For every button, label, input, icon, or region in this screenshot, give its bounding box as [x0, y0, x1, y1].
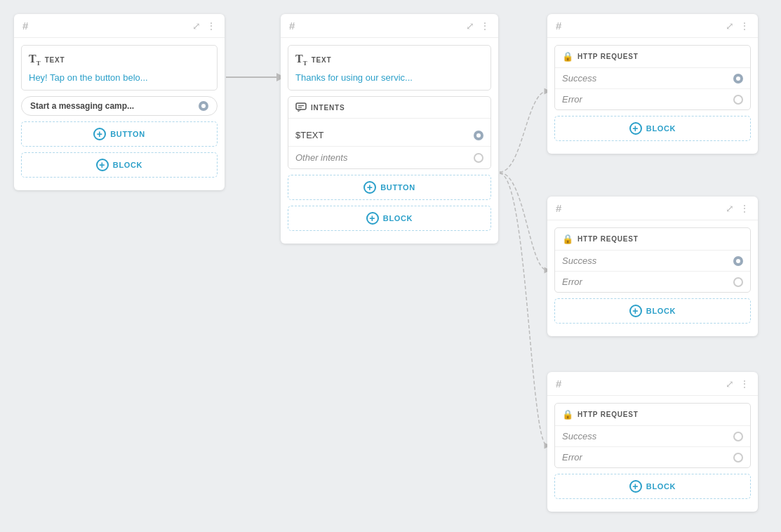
- card-4: # ⤢ ⋮ 🔒 HTTP REQUEST Success Error: [547, 197, 758, 336]
- http-error-row-4[interactable]: Error: [555, 272, 750, 292]
- card-1-header-left: #: [22, 20, 28, 32]
- http-success-row-3[interactable]: Success: [555, 68, 750, 89]
- add-button-1[interactable]: + BUTTON: [21, 121, 218, 147]
- radio-success-4[interactable]: [733, 256, 743, 266]
- http-error-row-3[interactable]: Error: [555, 89, 750, 109]
- success-label-5: Success: [562, 431, 596, 441]
- http-type-label-5: HTTP REQUEST: [578, 411, 639, 418]
- intents-icon-2: [295, 102, 307, 112]
- intents-block-2: INTENTS $TEXT Other intents: [288, 96, 491, 169]
- add-button-2[interactable]: + BUTTON: [288, 175, 491, 200]
- add-circle-icon-block-3: +: [629, 122, 642, 135]
- lock-icon-5: 🔒: [562, 409, 573, 420]
- messaging-row-1[interactable]: Start a messaging camp...: [21, 96, 218, 116]
- block-type-header-1: TT TEXT: [29, 53, 210, 67]
- radio-success-3[interactable]: [733, 74, 743, 84]
- http-success-row-5[interactable]: Success: [555, 426, 750, 447]
- add-circle-icon-button-1: +: [93, 128, 106, 140]
- radio-success-5[interactable]: [733, 432, 743, 441]
- card-1-header: # ⤢ ⋮: [14, 14, 225, 38]
- intent-text-2: $TEXT: [295, 130, 323, 140]
- card-3-header-right: ⤢ ⋮: [726, 20, 749, 32]
- block-type-label-1: TEXT: [45, 56, 65, 64]
- menu-icon-3[interactable]: ⋮: [740, 20, 749, 32]
- card-5-body: 🔒 HTTP REQUEST Success Error + BLOCK: [547, 396, 758, 512]
- menu-icon-2[interactable]: ⋮: [480, 20, 490, 32]
- http-error-row-5[interactable]: Error: [555, 447, 750, 467]
- add-block-label-3: BLOCK: [646, 124, 676, 133]
- card-1-body: TT TEXT Hey! Tap on the button belo... S…: [14, 38, 225, 190]
- intent-other-2: Other intents: [295, 152, 347, 163]
- add-circle-icon-block-2: +: [366, 212, 379, 225]
- text-preview-2: Thanks for using our servic...: [295, 72, 483, 83]
- success-label-3: Success: [562, 73, 596, 84]
- radio-error-4[interactable]: [733, 277, 743, 287]
- add-block-2[interactable]: + BLOCK: [288, 206, 491, 231]
- http-header-3: 🔒 HTTP REQUEST: [555, 46, 750, 68]
- add-block-3[interactable]: + BLOCK: [554, 116, 751, 141]
- http-rows-4: Success Error: [555, 251, 750, 292]
- lock-icon-3: 🔒: [562, 51, 573, 62]
- hash-icon-5: #: [556, 378, 561, 390]
- card-4-header: # ⤢ ⋮: [547, 197, 758, 220]
- text-block-1: TT TEXT Hey! Tap on the button belo...: [21, 45, 218, 91]
- menu-icon-1[interactable]: ⋮: [206, 20, 216, 32]
- add-button-label-1: BUTTON: [110, 130, 145, 138]
- menu-icon-5[interactable]: ⋮: [740, 378, 749, 390]
- card-4-body: 🔒 HTTP REQUEST Success Error + BLOCK: [547, 220, 758, 336]
- error-label-3: Error: [562, 94, 582, 105]
- add-block-4[interactable]: + BLOCK: [554, 298, 751, 324]
- card-4-header-left: #: [556, 202, 561, 214]
- card-3-body: 🔒 HTTP REQUEST Success Error + BLOCK: [547, 38, 758, 154]
- card-1-header-right: ⤢ ⋮: [192, 20, 216, 32]
- success-label-4: Success: [562, 255, 596, 266]
- card-3-header-left: #: [556, 20, 561, 32]
- text-type-icon-1: TT: [29, 53, 41, 67]
- expand-icon-2[interactable]: ⤢: [466, 20, 474, 32]
- http-header-5: 🔒 HTTP REQUEST: [555, 404, 750, 426]
- add-circle-icon-block-1: +: [96, 159, 109, 171]
- http-rows-5: Success Error: [555, 426, 750, 467]
- card-2-header: # ⤢ ⋮: [281, 14, 498, 38]
- card-2-header-right: ⤢ ⋮: [466, 20, 490, 32]
- add-block-5[interactable]: + BLOCK: [554, 474, 751, 499]
- card-3-header: # ⤢ ⋮: [547, 14, 758, 38]
- expand-icon-1[interactable]: ⤢: [192, 20, 201, 32]
- error-label-5: Error: [562, 452, 582, 463]
- intents-type-label-2: INTENTS: [311, 104, 345, 112]
- expand-icon-3[interactable]: ⤢: [726, 20, 734, 32]
- radio-error-3[interactable]: [733, 95, 743, 105]
- intents-type-header-2: INTENTS: [288, 97, 490, 119]
- svg-rect-0: [296, 103, 306, 109]
- intent-row-text-2[interactable]: $TEXT: [288, 124, 490, 147]
- card-5-header-right: ⤢ ⋮: [726, 378, 749, 390]
- hash-icon-3: #: [556, 20, 561, 32]
- menu-icon-4[interactable]: ⋮: [740, 203, 749, 214]
- add-circle-icon-button-2: +: [363, 181, 376, 194]
- error-label-4: Error: [562, 277, 582, 287]
- text-type-icon-2: TT: [295, 53, 307, 67]
- add-button-label-2: BUTTON: [380, 183, 415, 192]
- add-block-label-1: BLOCK: [113, 161, 142, 169]
- radio-messaging-1[interactable]: [199, 101, 208, 111]
- http-success-row-4[interactable]: Success: [555, 251, 750, 272]
- intent-row-other-2[interactable]: Other intents: [288, 147, 490, 168]
- add-block-1[interactable]: + BLOCK: [21, 152, 218, 178]
- http-block-4: 🔒 HTTP REQUEST Success Error: [554, 227, 751, 293]
- block-type-header-2: TT TEXT: [295, 53, 483, 67]
- radio-intent1-2[interactable]: [474, 131, 483, 140]
- expand-icon-5[interactable]: ⤢: [726, 378, 734, 390]
- text-block-2: TT TEXT Thanks for using our servic...: [288, 45, 491, 91]
- http-rows-3: Success Error: [555, 68, 750, 109]
- radio-intent2-2[interactable]: [474, 153, 483, 163]
- http-block-3: 🔒 HTTP REQUEST Success Error: [554, 45, 751, 110]
- card-5-header: # ⤢ ⋮: [547, 372, 758, 396]
- card-2-body: TT TEXT Thanks for using our servic... I…: [281, 38, 498, 244]
- radio-error-5[interactable]: [733, 453, 743, 463]
- hash-icon-1: #: [22, 20, 28, 32]
- block-type-label-2: TEXT: [312, 56, 332, 64]
- card-2: # ⤢ ⋮ TT TEXT Thanks for using our servi…: [281, 14, 498, 244]
- add-block-label-4: BLOCK: [646, 307, 676, 315]
- expand-icon-4[interactable]: ⤢: [726, 203, 734, 214]
- add-circle-icon-block-5: +: [629, 480, 642, 493]
